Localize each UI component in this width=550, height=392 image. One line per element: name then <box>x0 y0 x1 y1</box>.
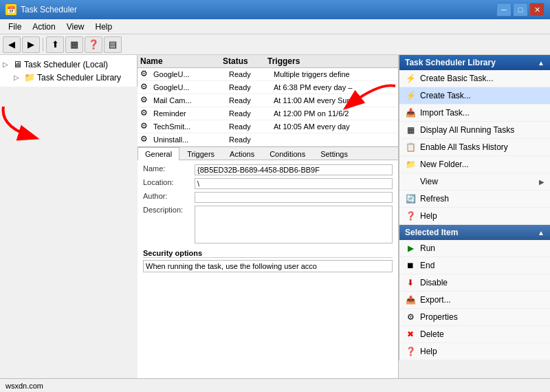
action-enable-history[interactable]: 📋 Enable All Tasks History <box>399 139 550 156</box>
task-icon: ⚙ <box>140 108 151 119</box>
status-bar: wsxdn.com <box>0 378 550 392</box>
table-row[interactable]: ⚙ TechSmit... Ready At 10:05 AM every da… <box>138 120 398 133</box>
details-panel: General Triggers Actions Conditions Sett… <box>138 147 398 378</box>
location-label: Location: <box>143 178 195 186</box>
action-disable-label: Disable <box>420 278 544 287</box>
task-status: Ready <box>229 135 274 144</box>
maximize-button[interactable]: □ <box>513 3 528 17</box>
collapse-icon[interactable]: ▲ <box>538 59 544 67</box>
tab-content-general: Name: {8B5ED32B-B689-4458-8DB6-BB9F Loca… <box>138 160 398 378</box>
menu-help[interactable]: Help <box>90 21 118 33</box>
title-bar: 📅 Task Scheduler ─ □ ✕ <box>0 0 550 19</box>
display-running-icon: ▦ <box>405 124 416 135</box>
section2-title: Selected Item <box>405 228 458 237</box>
create-task-icon: ⚡ <box>405 90 416 101</box>
action-create-task[interactable]: ⚡ Create Task... <box>399 87 550 105</box>
table-row[interactable]: ⚙ Mail Cam... Ready At 11:00 AM every Su… <box>138 94 398 107</box>
name-label: Name: <box>143 164 195 173</box>
table-row[interactable]: ⚙ Uninstall... Ready <box>138 133 398 146</box>
computer-icon: 🖥 <box>13 59 22 69</box>
tree-item-local[interactable]: ▷ 🖥 Task Scheduler (Local) <box>0 58 137 71</box>
expand-icon: ▷ <box>3 61 11 68</box>
toolbar: ◀ ▶ ⬆ ▦ ❓ ▤ <box>0 34 550 55</box>
security-text: When running the task, use the following… <box>143 260 393 272</box>
name-value: {8B5ED32B-B689-4458-8DB6-BB9F <box>195 164 393 175</box>
menu-file[interactable]: File <box>3 21 27 33</box>
tree-item-library[interactable]: ▷ 📁 Task Scheduler Library <box>0 71 137 84</box>
view-submenu-arrow: ▶ <box>539 178 544 186</box>
action-run[interactable]: ▶ Run <box>399 240 550 257</box>
up-button[interactable]: ⬆ <box>46 36 64 53</box>
task-name: GoogleU... <box>153 70 229 78</box>
action-new-folder[interactable]: 📁 New Folder... <box>399 156 550 173</box>
tree-label-library: Task Scheduler Library <box>37 73 121 83</box>
action-help2[interactable]: ❓ Help <box>399 343 550 360</box>
create-basic-icon: ⚡ <box>405 73 416 84</box>
window-title: Task Scheduler <box>21 5 77 14</box>
task-list-header: Name Status Triggers <box>138 55 398 68</box>
action-create-task-label: Create Task... <box>420 91 544 100</box>
action-view[interactable]: View ▶ <box>399 173 550 190</box>
action-create-basic[interactable]: ⚡ Create Basic Task... <box>399 70 550 87</box>
task-status: Ready <box>229 109 274 118</box>
help-button[interactable]: ❓ <box>85 36 102 53</box>
close-button[interactable]: ✕ <box>529 3 544 17</box>
tree-label-local: Task Scheduler (Local) <box>24 60 108 69</box>
table-row[interactable]: ⚙ GoogleU... Ready At 6:38 PM every day … <box>138 81 398 94</box>
forward-button[interactable]: ▶ <box>22 36 40 53</box>
red-arrow-left <box>0 100 58 148</box>
action-refresh[interactable]: 🔄 Refresh <box>399 190 550 208</box>
collapse-icon2[interactable]: ▲ <box>538 229 544 237</box>
table-row[interactable]: ⚙ GoogleU... Ready Multiple triggers def… <box>138 68 398 81</box>
tree-panel: ▷ 🖥 Task Scheduler (Local) ▷ 📁 Task Sche… <box>0 55 138 87</box>
action-properties-label: Properties <box>420 312 544 322</box>
action-refresh-label: Refresh <box>420 194 544 204</box>
tab-conditions[interactable]: Conditions <box>262 147 313 160</box>
action-end-label: End <box>420 261 544 270</box>
task-name: Uninstall... <box>153 135 229 144</box>
table-row[interactable]: ⚙ Reminder Ready At 12:00 PM on 11/6/2 <box>138 107 398 120</box>
run-icon: ▶ <box>405 243 416 254</box>
tab-settings[interactable]: Settings <box>313 147 355 160</box>
menu-action[interactable]: Action <box>27 21 60 33</box>
location-value: \ <box>195 178 393 189</box>
help2-icon: ❓ <box>405 346 416 357</box>
action-enable-history-label: Enable All Tasks History <box>420 142 544 152</box>
window-controls: ─ □ ✕ <box>496 3 544 17</box>
import-task-icon: 📥 <box>405 107 416 118</box>
task-name: Mail Cam... <box>153 96 229 105</box>
action-export[interactable]: 📤 Export... <box>399 292 550 309</box>
action-delete-label: Delete <box>420 329 544 339</box>
task-icon: ⚙ <box>140 82 151 93</box>
task-name: GoogleU... <box>153 83 229 91</box>
security-title: Security options <box>143 249 393 258</box>
action-display-running-label: Display All Running Tasks <box>420 125 544 135</box>
actions-section1-header: Task Scheduler Library ▲ <box>399 55 550 70</box>
action-run-label: Run <box>420 243 544 253</box>
action-disable[interactable]: ⬇ Disable <box>399 274 550 292</box>
task-status: Ready <box>229 83 274 91</box>
tab-triggers[interactable]: Triggers <box>179 147 222 160</box>
tab-general[interactable]: General <box>138 147 179 160</box>
task-status: Ready <box>229 122 274 131</box>
action-end[interactable]: ⏹ End <box>399 257 550 274</box>
detail-row-description: Description: <box>143 206 393 243</box>
extra-button[interactable]: ▤ <box>104 36 122 53</box>
end-icon: ⏹ <box>405 260 416 271</box>
detail-row-author: Author: <box>143 192 393 203</box>
view-button[interactable]: ▦ <box>65 36 83 53</box>
task-trigger: At 6:38 PM every day – <box>274 83 395 91</box>
minimize-button[interactable]: ─ <box>496 3 512 17</box>
action-import-task[interactable]: 📥 Import Task... <box>399 105 550 122</box>
action-delete[interactable]: ✖ Delete <box>399 326 550 343</box>
new-folder-icon: 📁 <box>405 159 416 170</box>
tab-actions[interactable]: Actions <box>222 147 262 160</box>
enable-history-icon: 📋 <box>405 142 416 153</box>
action-display-running[interactable]: ▦ Display All Running Tasks <box>399 122 550 139</box>
back-button[interactable]: ◀ <box>3 36 21 53</box>
action-properties[interactable]: ⚙ Properties <box>399 309 550 326</box>
col-status: Status <box>223 56 267 66</box>
menu-view[interactable]: View <box>61 21 90 33</box>
actions-section2-header: Selected Item ▲ <box>399 225 550 240</box>
action-help1[interactable]: ❓ Help <box>399 208 550 225</box>
